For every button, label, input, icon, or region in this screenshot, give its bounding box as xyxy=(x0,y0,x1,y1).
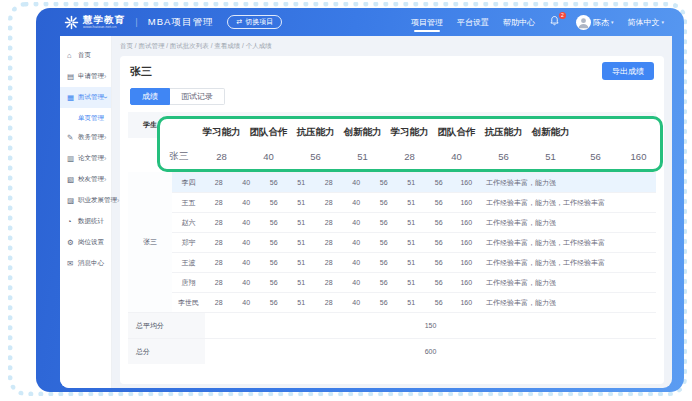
score-cell: 40 xyxy=(343,179,371,186)
overlay-header-cell: 创新能力 xyxy=(339,126,386,139)
score-cell: 51 xyxy=(398,219,426,226)
score-cell: 40 xyxy=(343,239,371,246)
score-cell: 51 xyxy=(288,259,316,266)
overlay-value-cell: 40 xyxy=(245,151,292,162)
overlay-value-cell: 51 xyxy=(339,151,386,162)
overlay-header-cell: 抗压能力 xyxy=(480,126,527,139)
sidebar-item-label: 岗位设置 xyxy=(78,238,104,247)
table-row: 李四284056512840565156160工作经验丰富，能力强 xyxy=(172,172,656,192)
user-menu[interactable]: 陈杰 ▾ xyxy=(576,15,614,30)
remark-cell: 工作经验丰富，能力强 xyxy=(480,278,656,288)
score-cell: 28 xyxy=(205,239,233,246)
breadcrumb[interactable]: 首页 / 面试管理 / 面试批次列表 / 查看成绩 / 个人成绩 xyxy=(120,42,272,51)
stats-icon: ◔ xyxy=(67,217,76,226)
sidebar-item-message[interactable]: ✉消息中心 xyxy=(60,253,111,274)
tab-interview-record[interactable]: 面试记录 xyxy=(170,88,225,105)
overlay-value-cell: 160 xyxy=(617,151,660,162)
language-label: 简体中文 xyxy=(627,17,659,28)
score-cell: 51 xyxy=(288,199,316,206)
user-icon xyxy=(576,15,591,30)
score-cell: 56 xyxy=(370,219,398,226)
overlay-header-cell: 团队合作 xyxy=(245,126,292,139)
remark-cell: 工作经验丰富，能力强 xyxy=(480,298,656,308)
score-cell: 40 xyxy=(233,179,261,186)
score-cell: 40 xyxy=(343,279,371,286)
score-cell: 51 xyxy=(398,199,426,206)
evaluator-name: 唐翔 xyxy=(172,278,205,288)
top-bar: 慧学教育 www.huixue.net.cn ｜ MBA项目管理 ⇄ 切换项目 … xyxy=(60,8,672,36)
notification-badge: 2 xyxy=(559,12,566,19)
sidebar-item-statistics[interactable]: ◔数据统计 xyxy=(60,211,111,232)
chevron-right-icon: › xyxy=(104,176,106,183)
score-cell: 28 xyxy=(315,299,343,306)
table-rows: 李四284056512840565156160工作经验丰富，能力强王五28405… xyxy=(172,172,656,312)
user-name: 陈杰 xyxy=(593,17,609,28)
sidebar-item-position[interactable]: ⚙岗位设置 xyxy=(60,232,111,253)
logo-subtext: www.huixue.net.cn xyxy=(83,25,125,29)
overlay-value-cell: 51 xyxy=(527,151,574,162)
sidebar-item-label: 面试管理 xyxy=(78,93,104,102)
tab-score[interactable]: 成绩 xyxy=(130,88,170,105)
score-cell: 40 xyxy=(343,299,371,306)
sidebar-item-home[interactable]: ⌂首页 xyxy=(60,45,111,66)
chevron-down-icon: › xyxy=(102,96,109,98)
chevron-down-icon: ▾ xyxy=(611,19,614,25)
score-cell: 40 xyxy=(233,259,261,266)
notification-bell[interactable]: 2 xyxy=(549,15,562,29)
gear-icon: ⚙ xyxy=(67,238,76,247)
sidebar-item-application[interactable]: ▤申请管理› xyxy=(60,66,111,87)
nav-platform-settings[interactable]: 平台设置 xyxy=(457,12,489,33)
score-cell: 160 xyxy=(453,259,481,266)
score-cell: 40 xyxy=(233,279,261,286)
chevron-right-icon: › xyxy=(104,134,106,141)
score-cell: 28 xyxy=(205,179,233,186)
score-cell: 56 xyxy=(370,279,398,286)
table-row: 郑宇284056512840565156160工作经验丰富，能力强，工作经验丰富 xyxy=(172,232,656,252)
score-cell: 40 xyxy=(343,199,371,206)
score-cell: 56 xyxy=(425,219,453,226)
logo-title: 慧学教育 xyxy=(83,15,125,25)
score-cell: 56 xyxy=(260,299,288,306)
logo-starburst-icon xyxy=(64,15,79,30)
overlay-value-cell: 40 xyxy=(433,151,480,162)
overlay-value-cell: 56 xyxy=(292,151,339,162)
summary-row: 总分600 xyxy=(128,338,656,364)
chevron-down-icon: ▾ xyxy=(661,19,664,25)
score-cell: 56 xyxy=(260,219,288,226)
score-cell: 28 xyxy=(205,299,233,306)
sidebar-item-thesis[interactable]: ▥论文管理› xyxy=(60,148,111,169)
switch-arrows-icon: ⇄ xyxy=(236,18,242,26)
sidebar-item-label: 校友管理 xyxy=(78,175,104,184)
score-cell: 56 xyxy=(425,199,453,206)
table-row: 唐翔284056512840565156160工作经验丰富，能力强 xyxy=(172,272,656,292)
app-content: ⌂首页▤申请管理›▦面试管理›单页管理✎教务管理›▥论文管理›▧校友管理›▨职业… xyxy=(60,36,672,388)
score-cell: 160 xyxy=(453,279,481,286)
sidebar-item-interview[interactable]: ▦面试管理› xyxy=(60,87,111,108)
export-scores-button[interactable]: 导出成绩 xyxy=(602,62,654,80)
score-cell: 28 xyxy=(205,259,233,266)
sidebar-item-alumni[interactable]: ▧校友管理› xyxy=(60,169,111,190)
sidebar-item-career[interactable]: ▨职业发展管理› xyxy=(60,190,111,211)
overlay-value-cell: 56 xyxy=(480,151,527,162)
sidebar-subitem-single-page[interactable]: 单页管理 xyxy=(60,108,111,127)
sidebar-item-label: 论文管理 xyxy=(78,154,104,163)
switch-project-button[interactable]: ⇄ 切换项目 xyxy=(227,15,282,29)
table-row: 王五284056512840565156160工作经验丰富，能力强，工作经验丰富 xyxy=(172,192,656,212)
sidebar-item-academic[interactable]: ✎教务管理› xyxy=(60,127,111,148)
page-title: 张三 xyxy=(130,64,152,79)
overlay-student-name: 张三 xyxy=(160,150,198,163)
score-cell: 56 xyxy=(260,259,288,266)
language-selector[interactable]: 简体中文 ▾ xyxy=(627,17,664,28)
score-cell: 40 xyxy=(343,259,371,266)
score-cell: 40 xyxy=(343,219,371,226)
overlay-value-cell: 56 xyxy=(574,151,617,162)
score-cell: 28 xyxy=(315,239,343,246)
score-cell: 56 xyxy=(370,179,398,186)
nav-help-center[interactable]: 帮助中心 xyxy=(503,12,535,33)
sidebar-item-label: 数据统计 xyxy=(78,217,104,226)
score-cell: 40 xyxy=(233,219,261,226)
score-cell: 56 xyxy=(370,299,398,306)
overlay-value-cell: 28 xyxy=(198,151,245,162)
app-title: MBA项目管理 xyxy=(148,16,214,29)
nav-project-management[interactable]: 项目管理 xyxy=(411,12,443,33)
